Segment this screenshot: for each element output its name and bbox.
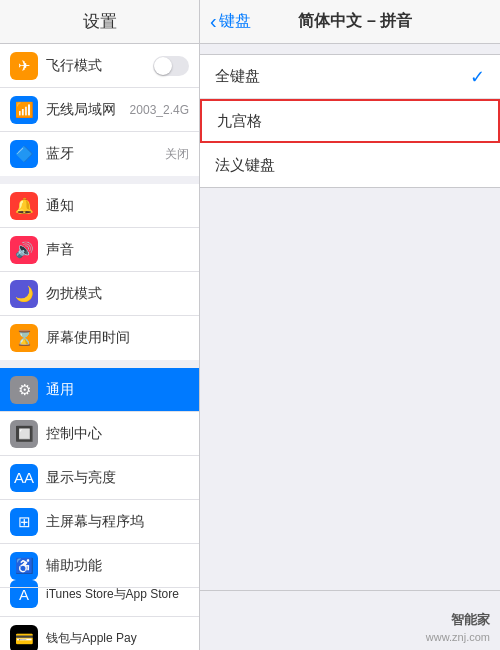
fullkeyboard-label: 全键盘 <box>215 67 470 86</box>
notification-label: 通知 <box>46 197 189 215</box>
back-label: 键盘 <box>219 11 251 32</box>
main-content: ✈飞行模式📶无线局域网2003_2.4G🔷蓝牙关闭🔔通知🔊声音🌙勿扰模式⌛屏幕使… <box>0 44 500 590</box>
controlcenter-icon: 🔲 <box>10 420 38 448</box>
right-panel: 全键盘✓九宫格法义键盘 <box>200 44 500 590</box>
handwrite-label: 法义键盘 <box>215 156 485 175</box>
settings-title: 设置 <box>83 10 117 33</box>
airplane-label: 飞行模式 <box>46 57 153 75</box>
ninegrid-label: 九宫格 <box>217 112 483 131</box>
sidebar-item-wifi[interactable]: 📶无线局域网2003_2.4G <box>0 88 199 132</box>
sidebar-header: 设置 <box>0 0 200 43</box>
accessibility-icon: ♿ <box>10 552 38 580</box>
watermark-brand: 智能家 <box>426 611 490 629</box>
wifi-value: 2003_2.4G <box>130 103 189 117</box>
screentime-label: 屏幕使用时间 <box>46 329 189 347</box>
right-bottom: 智能家 www.znj.com <box>200 591 500 650</box>
right-panel-title: 简体中文 – 拼音 <box>251 11 460 32</box>
sidebar-item-controlcenter[interactable]: 🔲控制中心 <box>0 412 199 456</box>
sidebar-item-bluetooth[interactable]: 🔷蓝牙关闭 <box>0 132 199 176</box>
sidebar-item-sound[interactable]: 🔊声音 <box>0 228 199 272</box>
sidebar-item-general[interactable]: ⚙通用 <box>0 368 199 412</box>
wifi-icon: 📶 <box>10 96 38 124</box>
bluetooth-label: 蓝牙 <box>46 145 165 163</box>
airplane-toggle[interactable] <box>153 56 189 76</box>
general-label: 通用 <box>46 381 189 399</box>
keyboard-options-section: 全键盘✓九宫格法义键盘 <box>200 54 500 188</box>
sidebar-item-display[interactable]: AA显示与亮度 <box>0 456 199 500</box>
sidebar-item-wallet[interactable]: 💳钱包与Apple Pay <box>0 617 199 651</box>
sidebar-section-2: ⚙通用🔲控制中心AA显示与亮度⊞主屏幕与程序坞♿辅助功能🖼墙纸◉Siri与搜索👆… <box>0 368 199 590</box>
airplane-icon: ✈ <box>10 52 38 80</box>
watermark: 智能家 www.znj.com <box>426 611 490 645</box>
option-ninegrid[interactable]: 九宫格 <box>200 99 500 143</box>
general-icon: ⚙ <box>10 376 38 404</box>
dnd-icon: 🌙 <box>10 280 38 308</box>
accessibility-label: 辅助功能 <box>46 557 189 575</box>
right-header: ‹ 键盘 简体中文 – 拼音 <box>200 0 500 43</box>
display-label: 显示与亮度 <box>46 469 189 487</box>
sidebar-item-dnd[interactable]: 🌙勿扰模式 <box>0 272 199 316</box>
bluetooth-value: 关闭 <box>165 146 189 163</box>
bluetooth-icon: 🔷 <box>10 140 38 168</box>
wifi-label: 无线局域网 <box>46 101 130 119</box>
homescreen-label: 主屏幕与程序坞 <box>46 513 189 531</box>
sidebar-section-0: ✈飞行模式📶无线局域网2003_2.4G🔷蓝牙关闭 <box>0 44 199 176</box>
sound-label: 声音 <box>46 241 189 259</box>
wallet-icon: 💳 <box>10 625 38 651</box>
sidebar-section-1: 🔔通知🔊声音🌙勿扰模式⌛屏幕使用时间 <box>0 184 199 360</box>
sidebar: ✈飞行模式📶无线局域网2003_2.4G🔷蓝牙关闭🔔通知🔊声音🌙勿扰模式⌛屏幕使… <box>0 44 200 590</box>
sidebar-item-airplane[interactable]: ✈飞行模式 <box>0 44 199 88</box>
fullkeyboard-checkmark: ✓ <box>470 66 485 88</box>
controlcenter-label: 控制中心 <box>46 425 189 443</box>
dnd-label: 勿扰模式 <box>46 285 189 303</box>
wallet-label: 钱包与Apple Pay <box>46 630 189 647</box>
sound-icon: 🔊 <box>10 236 38 264</box>
sidebar-item-screentime[interactable]: ⌛屏幕使用时间 <box>0 316 199 360</box>
sidebar-item-accessibility[interactable]: ♿辅助功能 <box>0 544 199 588</box>
option-handwrite[interactable]: 法义键盘 <box>200 143 500 187</box>
sidebar-item-notification[interactable]: 🔔通知 <box>0 184 199 228</box>
top-bar: 设置 ‹ 键盘 简体中文 – 拼音 <box>0 0 500 44</box>
homescreen-icon: ⊞ <box>10 508 38 536</box>
notification-icon: 🔔 <box>10 192 38 220</box>
sidebar-item-homescreen[interactable]: ⊞主屏幕与程序坞 <box>0 500 199 544</box>
back-chevron-icon: ‹ <box>210 10 217 33</box>
option-fullkeyboard[interactable]: 全键盘✓ <box>200 55 500 99</box>
bottom-bar: AiTunes Store与App Store💳钱包与Apple Pay 智能家… <box>0 590 500 650</box>
sidebar-bottom-items: AiTunes Store与App Store💳钱包与Apple Pay <box>0 591 200 650</box>
screentime-icon: ⌛ <box>10 324 38 352</box>
back-button[interactable]: ‹ 键盘 <box>210 10 251 33</box>
sidebar-item-wallpaper[interactable]: 🖼墙纸 <box>0 588 199 590</box>
watermark-url: www.znj.com <box>426 630 490 645</box>
display-icon: AA <box>10 464 38 492</box>
